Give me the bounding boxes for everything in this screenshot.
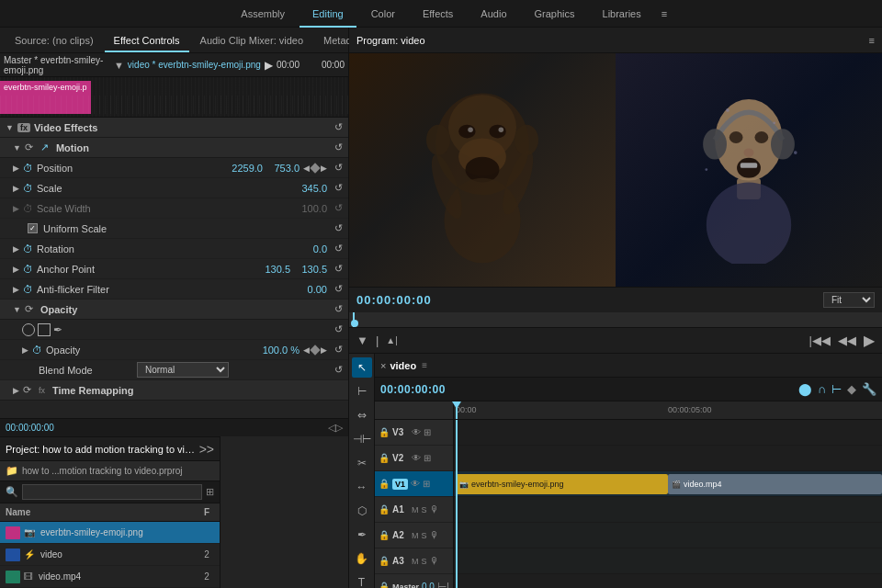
ec-uniform-scale-checkbox[interactable]: ✓	[28, 223, 38, 233]
ec-scroll-right[interactable]: ▷	[335, 422, 343, 434]
ec-play-button[interactable]: ▶	[265, 59, 273, 72]
ec-opacity-reset[interactable]: ↺	[334, 344, 343, 356]
track-master-expand[interactable]: ⊢|	[437, 581, 449, 589]
tool-roll[interactable]: ⇔	[352, 405, 372, 425]
pen-tool[interactable]: ✒	[53, 323, 62, 336]
ec-scale-value[interactable]: 345.0	[290, 183, 327, 194]
track-v1-eye[interactable]: 👁	[411, 479, 420, 489]
track-v1-sync[interactable]: ⊞	[423, 479, 430, 489]
tab-color[interactable]: Color	[358, 0, 408, 28]
track-v3-sync[interactable]: ⊞	[424, 427, 431, 437]
tab-editing[interactable]: Editing	[300, 0, 356, 28]
project-search-input[interactable]	[22, 484, 202, 500]
track-v3-eye[interactable]: 👁	[412, 427, 421, 437]
tool-slip[interactable]: ↔	[352, 477, 372, 497]
tool-slide[interactable]: ⬡	[352, 501, 372, 521]
timeline-tool-snap[interactable]: ⊢	[831, 382, 842, 396]
tab-graphics[interactable]: Graphics	[522, 0, 588, 28]
track-a3-mute[interactable]: M	[412, 557, 419, 566]
timeline-tool-link[interactable]: ∩	[818, 382, 826, 396]
ec-antiflicker-reset[interactable]: ↺	[334, 283, 343, 295]
track-clip-video[interactable]: 🎬 video.mp4	[668, 474, 882, 494]
track-a3-solo[interactable]: S	[422, 557, 427, 566]
ec-opacity-toggle[interactable]: ▼	[13, 305, 21, 314]
ec-blend-mode-select[interactable]: Normal Multiply Screen	[137, 362, 229, 378]
ec-position-next-keyframe[interactable]: ▶	[321, 164, 327, 173]
track-a2-mute[interactable]: M	[412, 531, 419, 540]
monitor-play[interactable]: ▶	[864, 332, 875, 349]
tool-ripple[interactable]: ⊢	[352, 381, 372, 401]
ec-opacity-stopwatch[interactable]: ⏱	[32, 345, 42, 356]
ec-position-toggle[interactable]: ▶	[13, 164, 19, 173]
monitor-add-marker[interactable]: ▲|	[386, 335, 398, 345]
ec-rotation-stopwatch[interactable]: ⏱	[23, 243, 33, 254]
ec-antiflicker-value[interactable]: 0.00	[290, 284, 327, 295]
ec-opacity-value[interactable]: 100.0 %	[263, 345, 300, 356]
ec-position-x[interactable]: 2259.0	[226, 163, 263, 174]
track-clip-emoji[interactable]: 📷 everbtn-smiley-emoji.png	[456, 474, 668, 494]
monitor-fit-select[interactable]: Fit 25% 50% 100%	[823, 292, 875, 308]
tool-razor[interactable]: ✂	[352, 453, 372, 473]
track-v2-eye[interactable]: 👁	[412, 453, 421, 463]
track-a1-lock[interactable]: 🔒	[379, 504, 390, 514]
track-master-lock[interactable]: 🔒	[379, 582, 390, 588]
ec-scale-stopwatch[interactable]: ⏱	[23, 183, 33, 194]
ec-opacity-next-keyframe[interactable]: ▶	[321, 345, 327, 355]
tab-audio[interactable]: Audio	[468, 0, 519, 28]
ec-rotation-reset[interactable]: ↺	[334, 243, 343, 254]
ec-anchor-stopwatch[interactable]: ⏱	[23, 264, 33, 275]
workspace-menu-icon[interactable]: ≡	[654, 8, 674, 19]
project-search-settings[interactable]: ⊞	[206, 486, 214, 498]
ec-opacity-section-reset[interactable]: ↺	[334, 303, 343, 315]
rectangle-tool[interactable]	[38, 323, 51, 336]
ec-blend-reset[interactable]: ↺	[334, 364, 343, 376]
ec-position-stopwatch[interactable]: ⏱	[23, 163, 33, 174]
track-v1-lock[interactable]: 🔒	[379, 479, 390, 489]
tab-audio-mixer[interactable]: Audio Clip Mixer: video	[191, 28, 313, 52]
track-a1-mute[interactable]: M	[412, 505, 419, 514]
timeline-close[interactable]: ×	[380, 360, 386, 371]
ec-scale-reset[interactable]: ↺	[334, 182, 343, 194]
monitor-step-back[interactable]: ◀◀	[838, 334, 856, 347]
track-a2-lock[interactable]: 🔒	[379, 530, 390, 540]
timeline-tool-marker[interactable]: ◆	[847, 382, 856, 396]
timeline-tool-settings[interactable]: 🔧	[862, 382, 876, 396]
ec-video-effects-reset[interactable]: ↺	[334, 121, 343, 133]
ec-anchor-y[interactable]: 130.5	[294, 264, 327, 275]
ec-rotation-value[interactable]: 0.0	[290, 243, 327, 254]
project-expand-btn[interactable]: >>	[199, 442, 214, 457]
tab-libraries[interactable]: Libraries	[590, 0, 654, 28]
ec-motion-toggle[interactable]: ▼	[13, 143, 21, 153]
timeline-menu-icon[interactable]: ≡	[422, 360, 427, 370]
monitor-go-to-in[interactable]: |◀◀	[809, 334, 831, 347]
project-item-video[interactable]: ⚡ video 2	[0, 544, 220, 566]
ec-motion-reset[interactable]: ↺	[334, 141, 343, 153]
tab-effect-controls[interactable]: Effect Controls	[105, 28, 189, 52]
ec-opacity-value-toggle[interactable]: ▶	[22, 345, 28, 355]
tab-source[interactable]: Source: (no clips)	[6, 28, 103, 52]
tab-assembly[interactable]: Assembly	[228, 0, 298, 28]
monitor-menu-icon[interactable]: ≡	[869, 35, 875, 46]
ec-anchor-x[interactable]: 130.5	[254, 264, 290, 275]
ec-shapes-reset[interactable]: ↺	[334, 323, 343, 335]
ec-scale-toggle[interactable]: ▶	[13, 184, 19, 193]
project-item-emoji[interactable]: 📷 everbtn-smiley-emoji.png	[0, 522, 220, 544]
ec-position-reset[interactable]: ↺	[334, 162, 343, 174]
monitor-timeline-bar[interactable]	[349, 312, 882, 327]
project-item-videomp4[interactable]: 🎞 video.mp4 2	[0, 566, 220, 588]
ec-uniform-scale-reset[interactable]: ↺	[334, 222, 343, 234]
tool-hand[interactable]: ✋	[352, 548, 372, 569]
ec-antiflicker-toggle[interactable]: ▶	[13, 285, 19, 294]
track-v2-sync[interactable]: ⊞	[424, 453, 431, 463]
ec-antiflicker-stopwatch[interactable]: ⏱	[23, 284, 33, 295]
monitor-mark-in[interactable]: ▼	[356, 334, 368, 347]
ec-video-effects-toggle[interactable]: ▼	[6, 123, 14, 132]
track-a2-solo[interactable]: S	[422, 531, 427, 540]
ec-anchor-toggle[interactable]: ▶	[13, 265, 19, 274]
track-a1-solo[interactable]: S	[422, 505, 427, 514]
track-v2-lock[interactable]: 🔒	[379, 453, 390, 463]
ec-rotation-toggle[interactable]: ▶	[13, 244, 19, 254]
ec-time-remapping-toggle[interactable]: ▶	[13, 386, 19, 395]
monitor-mark-out[interactable]: |	[376, 334, 379, 347]
tool-pen[interactable]: ✒	[352, 525, 372, 545]
